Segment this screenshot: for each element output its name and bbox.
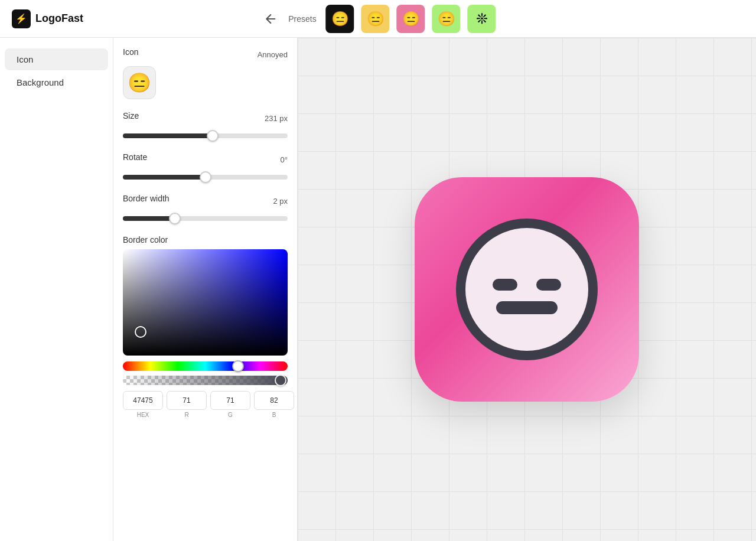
border-width-label: Border width [123, 194, 170, 203]
color-picker-gradient[interactable] [123, 249, 288, 356]
rotate-section: Rotate 0° [123, 152, 288, 182]
b-label: B [272, 412, 276, 418]
canvas-area [298, 38, 756, 541]
r-input[interactable] [167, 391, 207, 410]
b-input-group: B [254, 391, 294, 418]
header-center: Presets 😑 😑 😑 😑 ❊ [260, 5, 496, 33]
svg-rect-4 [496, 301, 558, 314]
svg-rect-2 [493, 279, 517, 291]
sidebar-nav: Icon Background [0, 38, 113, 541]
size-slider[interactable] [123, 133, 288, 138]
svg-rect-3 [536, 279, 561, 291]
logo: ⚡ LogoFast [12, 9, 83, 28]
hex-input-group: HEX [123, 391, 163, 418]
presets-label: Presets [288, 14, 316, 24]
g-label: G [228, 412, 233, 418]
alpha-cursor [275, 374, 286, 386]
preset-yellow-button[interactable]: 😑 [361, 5, 390, 33]
svg-point-1 [465, 228, 588, 351]
alpha-slider[interactable] [123, 376, 288, 385]
icon-name: Annoyed [258, 50, 288, 59]
preset-pink-button[interactable]: 😑 [397, 5, 425, 33]
hex-input[interactable] [123, 391, 163, 410]
logo-icon: ⚡ [12, 9, 31, 28]
size-value: 231 px [265, 114, 288, 123]
border-width-section: Border width 2 px [123, 194, 288, 223]
hue-cursor [232, 360, 244, 372]
hex-label: HEX [137, 412, 149, 418]
main-layout: Icon Background Icon Annoyed 😑 Size 231 … [0, 38, 756, 541]
preset-flowers-button[interactable]: ❊ [468, 5, 496, 33]
logo-preview [415, 177, 639, 402]
face-svg [450, 213, 604, 366]
size-section: Size 231 px [123, 111, 288, 141]
border-width-slider[interactable] [123, 216, 288, 221]
canvas-content [415, 177, 639, 402]
back-button[interactable] [260, 8, 281, 30]
sidebar-item-background[interactable]: Background [5, 71, 108, 93]
size-label: Size [123, 111, 139, 120]
r-label: R [184, 412, 188, 418]
border-width-value: 2 px [273, 197, 288, 206]
b-input[interactable] [254, 391, 294, 410]
color-picker-cursor [135, 326, 146, 338]
rotate-value: 0° [281, 155, 288, 164]
header: ⚡ LogoFast Presets 😑 😑 😑 😑 ❊ [0, 0, 756, 38]
color-inputs: HEX R G B A [123, 391, 288, 418]
hue-slider[interactable] [123, 361, 288, 371]
controls-panel: Icon Annoyed 😑 Size 231 px Rotate 0° Bor… [113, 38, 298, 541]
border-color-label: Border color [123, 235, 288, 245]
rotate-slider[interactable] [123, 175, 288, 180]
icon-section: Icon Annoyed 😑 [123, 47, 288, 99]
preset-green-button[interactable]: 😑 [432, 5, 461, 33]
g-input[interactable] [210, 391, 250, 410]
border-color-section: Border color HEX R [123, 235, 288, 418]
sidebar-item-icon[interactable]: Icon [5, 48, 108, 70]
rotate-label: Rotate [123, 152, 147, 162]
app-name: LogoFast [35, 12, 83, 25]
r-input-group: R [167, 391, 207, 418]
icon-preview[interactable]: 😑 [123, 66, 156, 99]
g-input-group: G [210, 391, 250, 418]
preset-black-button[interactable]: 😑 [326, 5, 354, 33]
icon-label: Icon [123, 47, 138, 57]
